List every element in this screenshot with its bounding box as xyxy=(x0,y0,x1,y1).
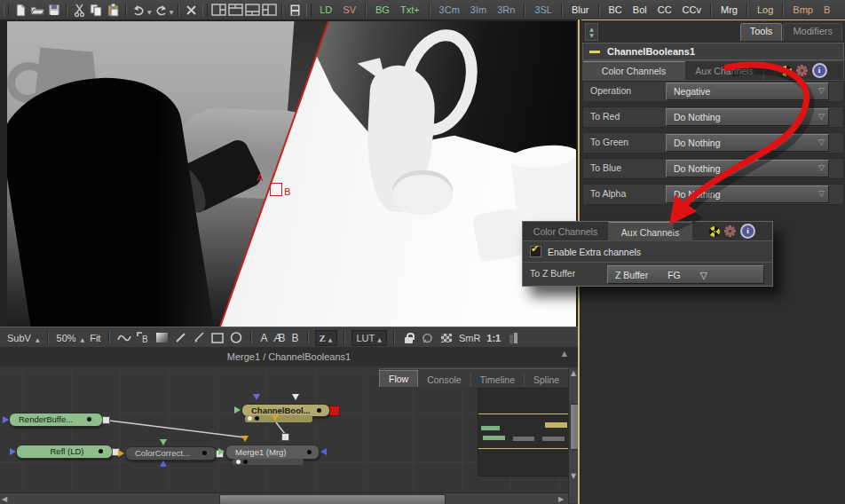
new-file-icon[interactable] xyxy=(12,3,28,17)
selected-output-port[interactable] xyxy=(329,406,340,416)
mask-input-port[interactable] xyxy=(160,439,167,445)
foreground-input-port[interactable] xyxy=(241,436,249,442)
collapse-dash-icon[interactable] xyxy=(589,51,600,53)
tool-shortcut-button[interactable]: CC xyxy=(652,1,677,19)
output-port[interactable] xyxy=(102,416,110,424)
tool-shortcut-button[interactable]: Mrg xyxy=(715,1,743,19)
viewer-image[interactable]: A B xyxy=(7,21,576,327)
panel-spinner[interactable]: ▲▼ xyxy=(585,23,598,41)
refresh-icon[interactable] xyxy=(420,330,436,345)
z-channel-selector[interactable]: Z▲ xyxy=(315,330,338,346)
tab-color-channels[interactable]: Color Channels xyxy=(523,222,609,240)
tool-shortcut-button[interactable]: 3Im xyxy=(465,1,492,19)
levels-icon[interactable] xyxy=(505,330,521,345)
tool-shortcut-button[interactable]: Txt+ xyxy=(395,1,425,19)
effect-mask-port[interactable] xyxy=(272,415,279,421)
smooth-resize-button[interactable]: SmR xyxy=(457,333,482,343)
layout-d-icon[interactable] xyxy=(262,3,277,17)
flow-horizontal-scrollbar[interactable]: ◀ ▶ xyxy=(0,492,568,504)
one-to-one-button[interactable]: 1:1 xyxy=(485,333,502,343)
tool-shortcut-button[interactable]: Log xyxy=(752,1,778,19)
tool-shortcut-button[interactable]: B xyxy=(818,1,835,19)
input-port[interactable] xyxy=(234,406,241,413)
layout-c-icon[interactable] xyxy=(245,3,260,17)
tool-shortcut-button[interactable]: 3SL xyxy=(529,1,557,19)
radioactive-icon[interactable] xyxy=(709,226,720,237)
background-input-port[interactable] xyxy=(218,448,225,455)
buffer-ab-button[interactable]: AB xyxy=(272,332,287,344)
lut-button[interactable]: LUT▲ xyxy=(351,330,386,346)
tab-timeline[interactable]: Timeline xyxy=(471,373,525,387)
flow-vertical-scrollbar[interactable]: ▲ ▼ xyxy=(568,368,578,503)
tool-shortcut-button[interactable]: Blur xyxy=(566,1,595,19)
wipe-handle[interactable] xyxy=(270,183,282,196)
tab-aux-channels[interactable]: Aux Channels xyxy=(685,61,764,80)
undo-dropdown-arrow[interactable]: ▼ xyxy=(147,9,152,15)
tool-shortcut-button[interactable]: BC xyxy=(604,1,628,19)
control-dropdown[interactable]: Do Nothing ▽ xyxy=(666,134,829,152)
control-dropdown[interactable]: Negative ▽ xyxy=(666,83,829,100)
node-colorcorrect[interactable]: ColorCorrect... xyxy=(125,446,217,461)
scroll-left-icon[interactable]: ◀ xyxy=(2,496,7,503)
hscroll-thumb[interactable] xyxy=(219,494,446,504)
scroll-up-icon[interactable]: ▲ xyxy=(571,370,576,377)
delete-icon[interactable] xyxy=(184,3,199,17)
tool-shortcut-button[interactable]: CCv xyxy=(677,1,707,19)
tool-header[interactable]: ChannelBooleans1 xyxy=(582,43,844,60)
output-port[interactable] xyxy=(281,433,289,441)
tab-color-channels[interactable]: Color Channels xyxy=(583,61,685,80)
tool-shortcut-button[interactable]: 3Rn xyxy=(492,1,520,19)
tool-shortcut-button[interactable]: Bol xyxy=(628,1,652,19)
tool-shortcut-button[interactable]: Bmp xyxy=(787,1,818,19)
buffer-b-button[interactable]: B xyxy=(289,332,300,344)
node-refl[interactable]: Refl (LD) xyxy=(16,445,113,459)
cut-icon[interactable] xyxy=(72,3,87,17)
control-dropdown[interactable]: Do Nothing ▽ xyxy=(666,108,829,126)
checker-icon[interactable] xyxy=(438,330,454,345)
flow-editor[interactable]: RenderBuffe... Refl (LD) ColorCorrect...… xyxy=(0,366,578,504)
control-dropdown[interactable]: Do Nothing ▽ xyxy=(666,160,829,177)
subview-dropdown-arrow[interactable]: ▲ xyxy=(36,336,40,343)
open-file-icon[interactable] xyxy=(29,3,44,17)
redo-icon[interactable] xyxy=(154,3,169,17)
ellipse-tool-icon[interactable] xyxy=(228,330,244,345)
gradient-icon[interactable] xyxy=(154,330,170,345)
z-buffer-dropdown[interactable]: Z Buffer FG ▽ xyxy=(607,265,764,284)
tool-shortcut-button[interactable]: SV xyxy=(337,1,361,19)
undo-icon[interactable] xyxy=(131,3,146,17)
line-tool-icon[interactable] xyxy=(172,330,188,345)
aux-input-port[interactable] xyxy=(160,461,167,467)
tab-console[interactable]: Console xyxy=(418,373,471,387)
scroll-down-icon[interactable]: ▼ xyxy=(571,473,576,480)
spline-wave-icon[interactable] xyxy=(116,330,132,345)
input-port[interactable] xyxy=(10,448,16,455)
node-merge1[interactable]: Merge1 (Mrg) xyxy=(225,445,320,460)
tool-shortcut-button[interactable]: 3Cm xyxy=(434,1,465,19)
tab-flow[interactable]: Flow xyxy=(379,370,418,387)
rectangle-tool-icon[interactable] xyxy=(209,330,225,345)
pen-tool-icon[interactable] xyxy=(191,330,207,345)
redo-dropdown-arrow[interactable]: ▼ xyxy=(170,9,174,15)
copy-icon[interactable] xyxy=(89,3,104,17)
gear-icon[interactable] xyxy=(724,225,736,237)
tab-aux-channels[interactable]: Aux Channels xyxy=(609,222,692,241)
tab-tools[interactable]: Tools xyxy=(740,23,783,41)
radioactive-icon[interactable] xyxy=(781,66,792,76)
buffer-a-button[interactable]: A xyxy=(258,332,269,344)
paste-icon[interactable] xyxy=(106,3,121,17)
info-icon[interactable]: i xyxy=(740,224,755,239)
info-icon[interactable]: i xyxy=(812,63,827,78)
tool-shortcut-button[interactable]: BG xyxy=(370,1,395,19)
aux-input-port[interactable] xyxy=(253,394,260,400)
gear-icon[interactable] xyxy=(796,65,808,76)
fit-button[interactable]: Fit xyxy=(88,333,102,343)
roi-icon[interactable]: B xyxy=(135,330,151,345)
flow-navigator[interactable] xyxy=(478,388,570,476)
node-renderbuffer[interactable]: RenderBuffe... xyxy=(9,413,103,427)
control-dropdown[interactable]: Do Nothing ▽ xyxy=(666,185,829,203)
layout-b-icon[interactable] xyxy=(228,3,243,17)
tool-shortcut-button[interactable]: LD xyxy=(314,1,337,19)
lock-icon[interactable] xyxy=(401,330,417,345)
input-port[interactable] xyxy=(3,416,9,423)
subview-button[interactable]: SubV xyxy=(5,333,33,343)
